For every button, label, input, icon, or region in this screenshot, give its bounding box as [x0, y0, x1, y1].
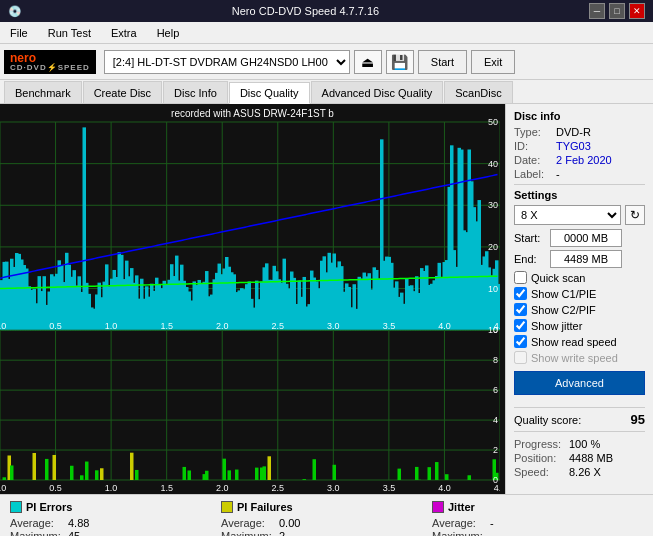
show-c1-pie-label: Show C1/PIE: [531, 288, 596, 300]
pi-failures-max-value: 2: [279, 530, 285, 536]
pi-errors-avg-row: Average: 4.88: [10, 517, 221, 529]
show-write-speed-label: Show write speed: [531, 352, 618, 364]
show-jitter-row: Show jitter: [514, 319, 645, 332]
eject-icon-button[interactable]: ⏏: [354, 50, 382, 74]
save-icon-button[interactable]: 💾: [386, 50, 414, 74]
position-label: Position:: [514, 452, 569, 464]
pi-failures-avg-row: Average: 0.00: [221, 517, 432, 529]
quick-scan-row: Quick scan: [514, 271, 645, 284]
exit-button[interactable]: Exit: [471, 50, 515, 74]
show-c2-pif-checkbox[interactable]: [514, 303, 527, 316]
quick-scan-checkbox[interactable]: [514, 271, 527, 284]
show-read-speed-row: Show read speed: [514, 335, 645, 348]
divider-3: [514, 431, 645, 432]
disc-type-row: Type: DVD-R: [514, 126, 645, 138]
jitter-avg-row: Average: -: [432, 517, 643, 529]
type-label: Type:: [514, 126, 556, 138]
pi-failures-legend-label: PI Failures: [237, 501, 293, 513]
menubar: File Run Test Extra Help: [0, 22, 653, 44]
side-panel: Disc info Type: DVD-R ID: TYG03 Date: 2 …: [505, 104, 653, 494]
show-jitter-checkbox[interactable]: [514, 319, 527, 332]
start-mb-input[interactable]: [550, 229, 622, 247]
end-mb-row: End:: [514, 250, 645, 268]
menu-extra[interactable]: Extra: [107, 25, 141, 41]
maximize-button[interactable]: □: [609, 3, 625, 19]
jitter-legend-label: Jitter: [448, 501, 475, 513]
tab-create-disc[interactable]: Create Disc: [83, 81, 162, 103]
drive-select[interactable]: [2:4] HL-DT-ST DVDRAM GH24NSD0 LH00: [104, 50, 350, 74]
divider-1: [514, 184, 645, 185]
start-mb-row: Start:: [514, 229, 645, 247]
jitter-legend-box: [432, 501, 444, 513]
label-value: -: [556, 168, 560, 180]
tab-benchmark[interactable]: Benchmark: [4, 81, 82, 103]
titlebar-controls: ─ □ ✕: [589, 3, 645, 19]
start-button[interactable]: Start: [418, 50, 467, 74]
divider-2: [514, 407, 645, 408]
speed-select[interactable]: 8 X 4 X 2 X Max: [514, 205, 621, 225]
close-button[interactable]: ✕: [629, 3, 645, 19]
tab-disc-quality[interactable]: Disc Quality: [229, 82, 310, 104]
disc-info-title: Disc info: [514, 110, 645, 122]
quick-scan-label: Quick scan: [531, 272, 585, 284]
tab-disc-info[interactable]: Disc Info: [163, 81, 228, 103]
minimize-button[interactable]: ─: [589, 3, 605, 19]
show-c1-pie-checkbox[interactable]: [514, 287, 527, 300]
show-c1-pie-row: Show C1/PIE: [514, 287, 645, 300]
end-mb-label: End:: [514, 253, 546, 265]
pi-errors-group: PI Errors Average: 4.88 Maximum: 45 Tota…: [10, 501, 221, 536]
refresh-button[interactable]: ↻: [625, 205, 645, 225]
nero-logo: nero CD·DVD⚡SPEED: [4, 50, 96, 74]
position-value: 4488 MB: [569, 452, 613, 464]
settings-title: Settings: [514, 189, 645, 201]
pi-errors-avg-value: 4.88: [68, 517, 89, 529]
pi-failures-avg-label: Average:: [221, 517, 273, 529]
titlebar-icon: 💿: [8, 5, 22, 18]
show-write-speed-checkbox[interactable]: [514, 351, 527, 364]
menu-run-test[interactable]: Run Test: [44, 25, 95, 41]
jitter-max-value: -: [490, 530, 494, 536]
jitter-legend: Jitter: [432, 501, 643, 513]
titlebar-title: Nero CD-DVD Speed 4.7.7.16: [22, 5, 589, 17]
advanced-button[interactable]: Advanced: [514, 371, 645, 395]
bottom-stats: PI Errors Average: 4.88 Maximum: 45 Tota…: [0, 494, 653, 536]
menu-file[interactable]: File: [6, 25, 32, 41]
show-read-speed-checkbox[interactable]: [514, 335, 527, 348]
speed-row: Speed: 8.26 X: [514, 466, 645, 478]
id-value: TYG03: [556, 140, 591, 152]
end-mb-input[interactable]: [550, 250, 622, 268]
progress-row: Progress: 100 %: [514, 438, 645, 450]
pi-failures-group: PI Failures Average: 0.00 Maximum: 2 Tot…: [221, 501, 432, 536]
pi-failures-legend: PI Failures: [221, 501, 432, 513]
pi-failures-legend-box: [221, 501, 233, 513]
type-value: DVD-R: [556, 126, 591, 138]
chart-title: recorded with ASUS DRW-24F1ST b: [171, 108, 334, 119]
tab-advanced-disc-quality[interactable]: Advanced Disc Quality: [311, 81, 444, 103]
show-c2-pif-label: Show C2/PIF: [531, 304, 596, 316]
menu-help[interactable]: Help: [153, 25, 184, 41]
disc-label-row: Label: -: [514, 168, 645, 180]
quality-score-label: Quality score:: [514, 414, 581, 426]
pi-errors-legend-box: [10, 501, 22, 513]
tabs: Benchmark Create Disc Disc Info Disc Qua…: [0, 80, 653, 104]
titlebar: 💿 Nero CD-DVD Speed 4.7.7.16 ─ □ ✕: [0, 0, 653, 22]
speed-value: 8.26 X: [569, 466, 601, 478]
pi-errors-avg-label: Average:: [10, 517, 62, 529]
main-chart-canvas: [0, 104, 500, 494]
speed-label: Speed:: [514, 466, 569, 478]
speed-settings-row: 8 X 4 X 2 X Max ↻: [514, 205, 645, 225]
jitter-avg-value: -: [490, 517, 494, 529]
jitter-group: Jitter Average: - Maximum: - PO failures…: [432, 501, 643, 536]
date-label: Date:: [514, 154, 556, 166]
quality-score-value: 95: [631, 412, 645, 427]
pi-failures-max-label: Maximum:: [221, 530, 273, 536]
pi-errors-max-label: Maximum:: [10, 530, 62, 536]
progress-value: 100 %: [569, 438, 600, 450]
pi-errors-legend: PI Errors: [10, 501, 221, 513]
progress-section: Progress: 100 % Position: 4488 MB Speed:…: [514, 438, 645, 478]
tab-scan-disc[interactable]: ScanDisc: [444, 81, 512, 103]
pi-failures-max-row: Maximum: 2: [221, 530, 432, 536]
show-write-speed-row: Show write speed: [514, 351, 645, 364]
pi-errors-legend-label: PI Errors: [26, 501, 72, 513]
main-content: recorded with ASUS DRW-24F1ST b Disc inf…: [0, 104, 653, 494]
